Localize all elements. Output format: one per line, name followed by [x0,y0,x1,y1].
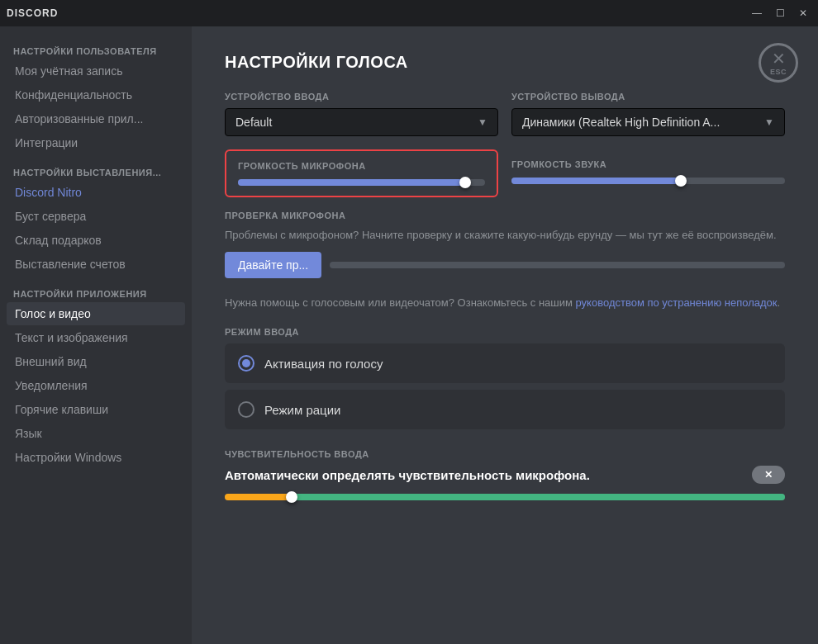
help-text-part1: Нужна помощь с голосовым или видеочатом?… [225,296,576,309]
sound-volume-section: ГРОМКОСТЬ ЗВУКА [511,149,785,197]
maximize-button[interactable]: ☐ [772,5,788,21]
minimize-button[interactable]: — [749,5,765,21]
sidebar-item-discord-nitro[interactable]: Discord Nitro [7,181,185,204]
input-device-chevron-icon: ▼ [478,116,487,128]
input-device-dropdown[interactable]: Default ▼ [225,108,498,136]
mic-test-bar-row: Давайте пр... [225,252,785,278]
sidebar-item-text-images[interactable]: Текст и изображения [7,326,185,349]
app-container: НАСТРОЙКИ ПОЛЬЗОВАТЕЛЯ Моя учётная запис… [0,26,818,644]
mic-test-bar [330,262,785,268]
sensitivity-thumb[interactable] [286,491,297,503]
device-row: УСТРОЙСТВО ВВОДА Default ▼ УСТРОЙСТВО ВЫ… [225,92,785,136]
sidebar-item-voice-video[interactable]: Голос и видео [7,302,185,325]
app-title: DISCORD [7,7,58,19]
sensitivity-auto-row: Автоматически определять чувствительност… [225,466,785,484]
output-device-value: Динамики (Realtek High Definition A... [522,116,720,129]
sensitivity-slider[interactable] [225,494,785,500]
mic-test-label: ПРОВЕРКА МИКРОФОНА [225,211,785,220]
voice-activation-radio[interactable] [238,355,254,372]
sidebar-item-appearance[interactable]: Внешний вид [7,350,185,373]
sound-volume-fill [511,178,681,184]
mic-volume-section: ГРОМКОСТЬ МИКРОФОНА [225,149,498,197]
help-link[interactable]: руководством по устранению неполадок [576,296,778,309]
page-title: НАСТРОЙКИ ГОЛОСА [225,53,785,72]
mic-test-button[interactable]: Давайте пр... [225,252,321,278]
input-device-label: УСТРОЙСТВО ВВОДА [225,92,498,102]
sidebar-item-language[interactable]: Язык [7,422,185,445]
push-to-talk-label: Режим рации [264,403,340,417]
sound-volume-label: ГРОМКОСТЬ ЗВУКА [511,159,785,169]
mic-volume-thumb[interactable] [459,177,471,188]
content-area: ✕ ESC НАСТРОЙКИ ГОЛОСА УСТРОЙСТВО ВВОДА … [192,26,818,644]
sidebar-item-notifications[interactable]: Уведомления [7,374,185,397]
sidebar-section-billing-settings: НАСТРОЙКИ ВЫСТАВЛЕНИЯ... [7,161,185,181]
mic-test-description: Проблемы с микрофоном? Начните проверку … [225,227,785,244]
mic-test-section: ПРОВЕРКА МИКРОФОНА Проблемы с микрофоном… [225,211,785,278]
sidebar-item-authorized-apps[interactable]: Авторизованные прил... [7,107,185,130]
sound-volume-slider[interactable] [511,178,785,184]
output-device-dropdown[interactable]: Динамики (Realtek High Definition A... ▼ [511,108,785,136]
sidebar-item-my-account[interactable]: Моя учётная запись [7,59,185,83]
output-device-col: УСТРОЙСТВО ВЫВОДА Динамики (Realtek High… [511,92,785,136]
sensitivity-label: ЧУВСТВИТЕЛЬНОСТЬ ВВОДА [225,449,785,459]
help-text-part2: . [778,296,781,309]
help-text: Нужна помощь с голосовым или видеочатом?… [225,295,785,311]
sidebar-item-hotkeys[interactable]: Горячие клавиши [7,398,185,421]
mic-volume-fill [238,179,465,186]
titlebar: DISCORD — ☐ ✕ [0,0,818,26]
sidebar-section-user-settings: НАСТРОЙКИ ПОЛЬЗОВАТЕЛЯ [7,40,185,59]
sensitivity-auto-label: Автоматически определять чувствительност… [225,468,590,482]
sidebar: НАСТРОЙКИ ПОЛЬЗОВАТЕЛЯ Моя учётная запис… [0,26,192,644]
sidebar-item-gift-inventory[interactable]: Склад подарков [7,229,185,252]
sensitivity-section: ЧУВСТВИТЕЛЬНОСТЬ ВВОДА Автоматически опр… [225,449,785,500]
mic-volume-label: ГРОМКОСТЬ МИКРОФОНА [238,161,485,171]
voice-activation-option[interactable]: Активация по голосу [225,343,785,383]
volume-row: ГРОМКОСТЬ МИКРОФОНА ГРОМКОСТЬ ЗВУКА [225,149,785,197]
input-mode-label: РЕЖИМ ВВОДА [225,327,785,337]
sidebar-section-app-settings: НАСТРОЙКИ ПРИЛОЖЕНИЯ [7,282,185,302]
sensitivity-toggle[interactable]: ✕ [752,466,785,484]
output-device-chevron-icon: ▼ [764,116,774,128]
sensitivity-fill-green [292,494,785,500]
push-to-talk-radio[interactable] [238,401,254,418]
input-device-value: Default [235,116,272,129]
input-device-col: УСТРОЙСТВО ВВОДА Default ▼ [225,92,498,136]
sensitivity-fill-orange [225,494,292,500]
sidebar-item-billing[interactable]: Выставление счетов [7,253,185,276]
sidebar-item-integrations[interactable]: Интеграции [7,131,185,154]
output-device-label: УСТРОЙСТВО ВЫВОДА [511,92,785,102]
input-mode-section: РЕЖИМ ВВОДА Активация по голосу Режим ра… [225,327,785,429]
window-controls: — ☐ ✕ [749,5,811,21]
esc-button[interactable]: ✕ ESC [759,43,798,83]
close-button[interactable]: ✕ [795,5,811,21]
push-to-talk-option[interactable]: Режим рации [225,390,785,429]
sidebar-item-privacy[interactable]: Конфиденциальность [7,83,185,107]
sidebar-item-server-boost[interactable]: Буст сервера [7,205,185,228]
sound-volume-thumb[interactable] [675,175,687,187]
sidebar-item-windows-settings[interactable]: Настройки Windows [7,446,185,469]
voice-activation-label: Активация по голосу [264,357,383,371]
mic-volume-slider[interactable] [238,179,485,186]
